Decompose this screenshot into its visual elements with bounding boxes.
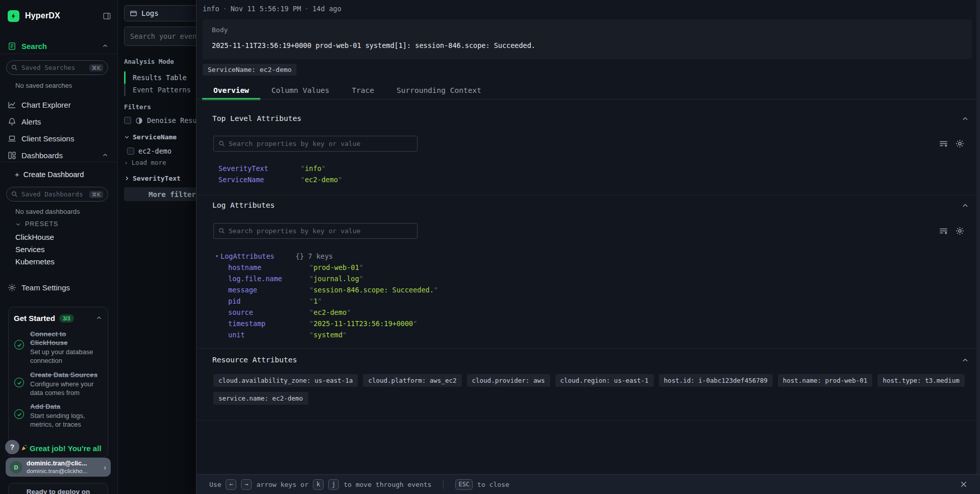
attribute-value[interactable]: 2025-11-11T23:56:19+0000 xyxy=(309,319,417,328)
dashboard-grid-icon xyxy=(8,151,16,160)
mode-event-patterns[interactable]: Event Patterns xyxy=(124,84,201,96)
attribute-key[interactable]: source xyxy=(228,308,309,316)
sidebar-item-chart-explorer[interactable]: Chart Explorer xyxy=(0,98,117,111)
tab-column-values[interactable]: Column Values xyxy=(260,82,341,99)
sidebar: HyperDX Search ⌘K No saved searches xyxy=(0,0,117,494)
get-started-step-desc: Configure where your data comes from xyxy=(30,380,105,397)
resource-chip[interactable]: cloud.availability_zone: us-east-1a xyxy=(213,374,358,387)
deploy-teaser-card[interactable]: Ready to deploy on xyxy=(8,483,108,494)
resource-chip[interactable]: host.id: i-0abc123def456789 xyxy=(659,374,773,387)
resource-chip[interactable]: host.type: t3.medium xyxy=(877,374,965,387)
chevron-up-icon[interactable] xyxy=(962,357,969,364)
attribute-key[interactable]: message xyxy=(228,286,309,294)
no-saved-dashboards-note: No saved dashboards xyxy=(15,208,80,215)
wrap-lines-icon[interactable] xyxy=(939,226,948,236)
sidebar-item-dashboards[interactable]: Dashboards xyxy=(0,149,117,161)
attribute-row: unitsystemd xyxy=(228,331,347,339)
resource-attributes-title: Resource Attributes xyxy=(212,356,297,364)
chevron-up-icon[interactable] xyxy=(102,152,108,158)
resource-chip[interactable]: service.name: ec2-demo xyxy=(213,392,308,405)
attribute-key[interactable]: log.file.name xyxy=(228,275,309,283)
attribute-value[interactable]: ec2-demo xyxy=(309,308,351,316)
presets-toggle[interactable]: PRESETS xyxy=(15,220,58,228)
ec2-demo-checkbox[interactable] xyxy=(127,147,134,155)
wrap-lines-icon[interactable] xyxy=(939,139,948,149)
help-button[interactable]: ? xyxy=(5,440,19,454)
arrow-left-key: ← xyxy=(226,479,236,490)
event-search-input[interactable] xyxy=(130,32,202,40)
analysis-mode-label: Analysis Mode xyxy=(124,58,174,65)
sidebar-item-alerts[interactable]: Alerts xyxy=(0,115,117,128)
logs-search-panel: Logs Analysis Mode Results Table Event P… xyxy=(117,0,204,494)
attribute-key[interactable]: SeverityText xyxy=(218,164,301,172)
mode-results-table[interactable]: Results Table xyxy=(124,71,201,84)
attribute-value[interactable]: journal.log xyxy=(309,275,363,283)
gear-icon[interactable] xyxy=(955,226,965,236)
sidebar-item-team-settings[interactable]: Team Settings xyxy=(0,281,117,293)
attribute-value[interactable]: 1 xyxy=(309,297,322,305)
attribute-value[interactable]: info xyxy=(301,164,326,172)
chart-icon xyxy=(8,101,16,109)
resource-chip[interactable]: cloud.provider: aws xyxy=(467,374,550,387)
gear-icon[interactable] xyxy=(955,139,965,149)
servicename-group-toggle[interactable]: ServiceName xyxy=(124,133,177,141)
resource-chip[interactable]: cloud.platform: aws_ec2 xyxy=(363,374,461,387)
shortcut-badge: ⌘K xyxy=(89,64,103,71)
avatar: D xyxy=(10,461,22,474)
chevron-up-icon[interactable] xyxy=(96,315,102,321)
top-level-search-input[interactable] xyxy=(229,140,412,147)
detail-footer: Use ← → arrow keys or k j to move throug… xyxy=(197,474,980,494)
user-menu[interactable]: D dominic.tran@clic... dominic.tran@clic… xyxy=(6,458,111,477)
log-attributes-search-box[interactable] xyxy=(213,223,418,239)
user-email: dominic.tran@clickho... xyxy=(27,467,87,475)
body-card: Body 2025-11-11T23:56:19+0000 prod-web-0… xyxy=(203,19,972,59)
brand-name: HyperDX xyxy=(25,11,60,20)
attribute-value[interactable]: prod-web-01 xyxy=(309,263,363,271)
resource-chip[interactable]: host.name: prod-web-01 xyxy=(778,374,873,387)
attribute-value[interactable]: session-846.scope: Succeeded. xyxy=(309,286,438,294)
preset-kubernetes[interactable]: Kubernetes xyxy=(15,257,55,266)
saved-dashboards-field[interactable] xyxy=(21,190,89,198)
sidebar-item-search[interactable]: Search xyxy=(0,40,117,52)
chevron-up-icon[interactable] xyxy=(102,43,108,49)
section-divider xyxy=(197,420,980,421)
attribute-key[interactable]: pid xyxy=(228,297,309,305)
saved-searches-input[interactable]: ⌘K xyxy=(6,60,108,75)
preset-clickhouse[interactable]: ClickHouse xyxy=(15,233,54,241)
hyperdx-app: HyperDX Search ⌘K No saved searches xyxy=(0,0,980,494)
servicename-tag-chip[interactable]: ServiceName: ec2-demo xyxy=(203,64,297,76)
top-level-search-box[interactable] xyxy=(213,136,418,152)
sidebar-item-client-sessions[interactable]: Client Sessions xyxy=(0,132,117,144)
attribute-key[interactable]: timestamp xyxy=(228,319,309,328)
chevron-up-icon[interactable] xyxy=(962,115,969,122)
tab-surrounding-context[interactable]: Surrounding Context xyxy=(385,82,493,99)
check-circle-icon xyxy=(14,340,24,350)
caret-down-icon[interactable]: ▾ xyxy=(215,253,218,259)
sidebar-item-label: Alerts xyxy=(21,117,41,126)
attribute-key[interactable]: unit xyxy=(228,331,309,339)
attribute-key[interactable]: LogAttributes xyxy=(220,252,296,260)
log-attributes-search-input[interactable] xyxy=(229,227,412,235)
sidebar-collapse-icon[interactable] xyxy=(103,12,111,20)
attribute-value[interactable]: systemd xyxy=(309,331,347,339)
load-more-toggle[interactable]: › Load more xyxy=(124,159,166,166)
attribute-key[interactable]: ServiceName xyxy=(218,176,301,184)
tab-overview[interactable]: Overview xyxy=(202,82,260,99)
event-timestamp: Nov 11 5:56:19 PM xyxy=(231,5,301,13)
source-selector-button[interactable]: Logs xyxy=(124,5,207,21)
resource-chip[interactable]: cloud.region: us-east-1 xyxy=(555,374,654,387)
servicename-option-row[interactable]: ec2-demo xyxy=(127,147,172,155)
denoise-checkbox[interactable] xyxy=(124,117,131,124)
preset-services[interactable]: Services xyxy=(15,245,45,254)
scrollbar[interactable] xyxy=(976,0,980,474)
create-dashboard-button[interactable]: + Create Dashboard xyxy=(15,170,84,179)
tab-trace[interactable]: Trace xyxy=(340,82,385,99)
saved-dashboards-input[interactable]: ⌘K xyxy=(6,187,108,202)
severitytext-group-toggle[interactable]: SeverityText xyxy=(124,175,181,182)
attribute-key[interactable]: hostname xyxy=(228,263,309,271)
event-search-box[interactable] xyxy=(124,27,207,46)
chevron-up-icon[interactable] xyxy=(962,202,969,209)
close-icon[interactable] xyxy=(960,480,968,488)
attribute-value[interactable]: ec2-demo xyxy=(301,176,342,184)
saved-searches-field[interactable] xyxy=(21,64,89,71)
